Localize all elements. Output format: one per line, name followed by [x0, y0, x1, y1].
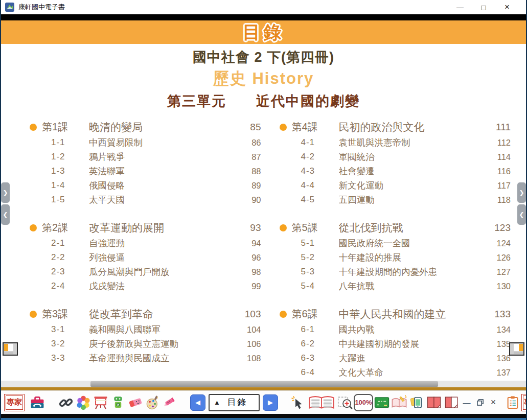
robot-icon[interactable] — [109, 393, 127, 412]
section-row[interactable]: 2-1自強運動94 — [30, 236, 261, 250]
toolbar-minimize-button[interactable]: — — [460, 395, 473, 410]
lesson-page-number: 133 — [490, 309, 511, 320]
section-row[interactable]: 4-4新文化運動117 — [280, 178, 511, 193]
single-page-view-icon[interactable] — [443, 393, 460, 412]
open-book-icon[interactable] — [307, 393, 336, 412]
section-row[interactable]: 1-5太平天國90 — [30, 193, 261, 207]
section-row[interactable]: 2-4戊戌變法99 — [30, 279, 261, 293]
section-row[interactable]: 5-2十年建設的推展126 — [280, 250, 511, 265]
section-row[interactable]: 4-1袁世凱與洪憲帝制112 — [280, 135, 511, 150]
chalkboard-icon[interactable] — [373, 393, 391, 412]
lesson-row[interactable]: 第6課中華人民共和國的建立133 — [280, 306, 511, 322]
section-row[interactable]: 5-1國民政府統一全國124 — [280, 236, 511, 250]
section-number: 4-2 — [301, 152, 339, 162]
lesson-title: 從改革到革命 — [89, 307, 153, 321]
minimize-button[interactable]: — — [448, 3, 472, 11]
section-page-number: 127 — [492, 267, 511, 277]
eraser-icon[interactable] — [127, 393, 144, 412]
pointer-icon[interactable] — [289, 393, 307, 412]
section-title: 社會變遷 — [339, 165, 375, 177]
lesson-title: 晚清的變局 — [89, 120, 143, 134]
lesson-row[interactable]: 第3課從改革到革命103 — [30, 306, 261, 322]
unit-row: 第三單元 近代中國的劇變 — [1, 92, 526, 110]
section-row[interactable]: 5-4八年抗戰130 — [280, 279, 511, 293]
section-row[interactable]: 4-3社會變遷116 — [280, 164, 511, 178]
lesson-group: 第6課中華人民共和國的建立1336-1國共內戰1346-2中共建國初期的發展13… — [280, 306, 511, 387]
two-page-view-icon[interactable] — [425, 393, 443, 412]
lesson-page-number: 111 — [492, 122, 511, 133]
section-page-number: 108 — [243, 354, 261, 363]
section-number: 1-2 — [51, 152, 89, 162]
bottom-divider-bar — [1, 414, 526, 418]
section-row[interactable]: 1-1中西貿易限制86 — [30, 135, 261, 150]
section-row[interactable]: 2-2列強侵逼96 — [30, 250, 261, 265]
section-row[interactable]: 6-3大躍進136 — [280, 351, 511, 365]
section-row[interactable]: 6-4文化大革命137 — [280, 365, 511, 380]
toolbar-restore-button[interactable] — [473, 395, 487, 410]
section-row[interactable]: 6-2中共建國初期的發展135 — [280, 337, 511, 351]
lesson-row[interactable]: 第5課從北伐到抗戰123 — [280, 219, 511, 236]
section-row[interactable]: 3-1義和團與八國聯軍104 — [30, 322, 261, 337]
section-number: 6-1 — [301, 324, 339, 335]
section-page-number: 124 — [492, 239, 511, 248]
left-back-arrow-button[interactable]: ❮ — [1, 204, 10, 225]
right-forward-arrow-button[interactable]: ❯ — [517, 182, 526, 203]
section-row[interactable]: 4-5五四運動118 — [280, 193, 511, 207]
section-number: 1-5 — [51, 195, 89, 205]
zoom-area-icon[interactable] — [336, 393, 354, 412]
lesson-row[interactable]: 第4課民初的政治與文化111 — [280, 119, 511, 135]
close-button[interactable]: × — [495, 2, 519, 12]
prev-page-button[interactable]: ◀ — [190, 394, 205, 411]
toolbox-icon[interactable] — [29, 393, 46, 412]
clipboard-icon[interactable] — [504, 393, 521, 412]
page-indicator[interactable]: ▲ 目錄 — [209, 394, 260, 411]
section-page-number: 94 — [247, 239, 261, 248]
lesson-page-number: 123 — [490, 222, 511, 234]
easel-icon[interactable] — [92, 393, 109, 412]
lesson-label: 第4課 — [292, 120, 339, 134]
page-header: 目錄 — [1, 20, 526, 44]
expert-mode-button-left[interactable]: 專家 — [4, 394, 25, 411]
lesson-row[interactable]: 第1課晚清的變局85 — [30, 119, 261, 135]
section-row[interactable]: 6-1國共內戰134 — [280, 322, 511, 337]
section-page-number: 137 — [492, 368, 511, 378]
section-row[interactable]: 1-2鴉片戰爭87 — [30, 150, 261, 164]
toolbar-close-button[interactable]: × — [487, 395, 500, 410]
section-number: 5-4 — [301, 281, 339, 291]
expert-mode-button-right[interactable]: 專家 — [521, 394, 527, 411]
section-row[interactable]: 4-2軍閥統治114 — [280, 150, 511, 164]
lesson-row[interactable]: 第2課改革運動的展開93 — [30, 219, 261, 236]
scrollbar-thumb[interactable] — [90, 381, 438, 387]
next-page-button[interactable]: ▶ — [263, 394, 278, 411]
section-row[interactable]: 1-3英法聯軍88 — [30, 164, 261, 178]
workbook-icon[interactable] — [391, 393, 408, 412]
section-title: 國民政府統一全國 — [339, 237, 410, 249]
color-wheel-icon[interactable] — [75, 393, 92, 412]
toc-column: 第1課晚清的變局851-1中西貿易限制861-2鴉片戰爭871-3英法聯軍881… — [30, 119, 261, 387]
section-row[interactable]: 1-4俄國侵略89 — [30, 178, 261, 193]
section-number: 4-5 — [301, 195, 339, 205]
book-title: 國中社會 2 下(第四冊) — [1, 48, 526, 66]
section-title: 中共建國初期的發展 — [339, 338, 420, 350]
section-page-number: 130 — [492, 282, 511, 291]
section-page-number: 117 — [493, 181, 511, 191]
section-row[interactable]: 2-3瓜分風潮與門戶開放98 — [30, 265, 261, 279]
lesson-label: 第1課 — [42, 120, 89, 134]
page-corner-left-icon[interactable] — [3, 342, 18, 356]
link-icon[interactable] — [57, 393, 75, 412]
section-page-number: 118 — [493, 195, 511, 205]
section-row[interactable]: 3-3革命運動與民國成立108 — [30, 351, 261, 365]
tablet-icon[interactable] — [408, 393, 425, 412]
section-row[interactable]: 5-3十年建設期間的內憂外患127 — [280, 265, 511, 279]
page-corner-right-icon[interactable] — [509, 342, 524, 356]
lesson-title: 改革運動的展開 — [89, 221, 164, 235]
highlighter-icon[interactable] — [162, 393, 179, 412]
palette-icon[interactable] — [144, 393, 162, 412]
maximize-button[interactable]: □ — [472, 3, 495, 12]
horizontal-scrollbar[interactable] — [1, 381, 526, 387]
section-title: 八年抗戰 — [339, 280, 375, 292]
zoom-level-button[interactable]: 100% — [354, 394, 373, 411]
section-row[interactable]: 3-2庚子後新政與立憲運動106 — [30, 337, 261, 351]
left-forward-arrow-button[interactable]: ❯ — [1, 182, 10, 203]
right-back-arrow-button[interactable]: ❮ — [517, 204, 526, 225]
